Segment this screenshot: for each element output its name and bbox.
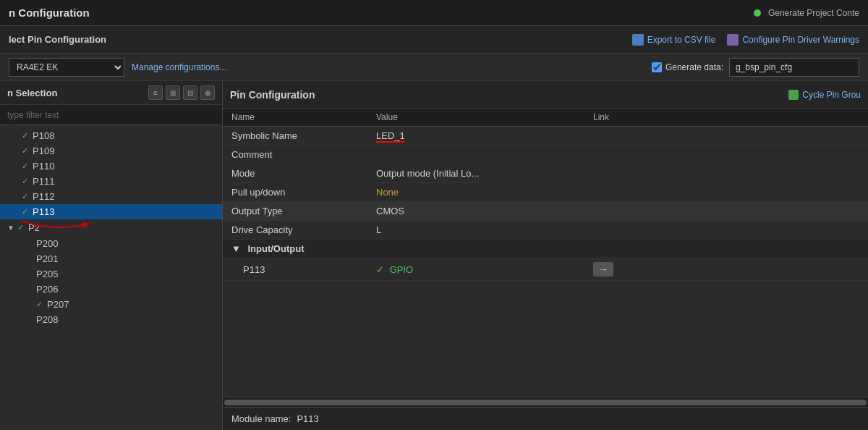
row-name-p113-sub: P113	[223, 258, 367, 281]
row-extra-pullupdown	[657, 183, 868, 202]
toolbar-row: lect Pin Configuration Export to CSV fil…	[0, 26, 868, 54]
tree-label-p201: P201	[36, 253, 58, 264]
tree-item-p208[interactable]: P208	[0, 312, 222, 327]
tree-label-p205: P205	[36, 269, 58, 279]
col-header-link: Link	[584, 109, 657, 127]
tree-item-p207[interactable]: ✓ P207	[0, 297, 222, 312]
row-value-drivecapacity: L	[367, 221, 584, 240]
row-link-symbolic	[584, 127, 657, 146]
check-icon-p109: ✓	[22, 146, 28, 156]
row-value-outputtype: CMOS	[367, 202, 584, 221]
status-dot	[754, 9, 761, 17]
tree-item-p200[interactable]: P200	[0, 236, 222, 251]
check-icon-p110: ✓	[22, 161, 28, 171]
toolbar-section-title: lect Pin Configuration	[9, 34, 106, 45]
cycle-pin-label: Cycle Pin Grou	[802, 90, 861, 100]
row-extra-drivecapacity	[657, 221, 868, 240]
tree-item-p109[interactable]: ✓ P109	[0, 143, 222, 159]
tree-item-p112[interactable]: ✓ P112	[0, 189, 222, 204]
configure-icon	[727, 34, 739, 46]
gpio-label: GPIO	[390, 264, 414, 275]
pin-config-table: Name Value Link Symbolic Name LED_1	[223, 109, 868, 281]
tree-item-p205[interactable]: P205	[0, 266, 222, 282]
tree-label-p110: P110	[33, 161, 54, 172]
table-row-p113[interactable]: P113 ✓ GPIO →	[223, 258, 868, 281]
generate-section: Generate data:	[652, 58, 859, 77]
tree-label-p109: P109	[33, 146, 54, 156]
row-link-drivecapacity	[584, 221, 657, 240]
tree-item-p201[interactable]: P201	[0, 251, 222, 266]
tree-label-p200: P200	[36, 238, 58, 249]
left-panel-title: n Selection	[7, 88, 57, 98]
manage-configurations-link[interactable]: Manage configurations...	[132, 62, 226, 72]
row-name-drivecapacity: Drive Capacity	[223, 221, 367, 240]
tree-item-p113[interactable]: ✓ P113	[0, 204, 222, 219]
row-extra-mode	[657, 164, 868, 183]
row-name-mode: Mode	[223, 164, 367, 183]
filter-input[interactable]	[0, 105, 222, 125]
link-arrow-p113[interactable]: →	[593, 262, 613, 277]
right-panel: Pin Configuration Cycle Pin Grou Name Va…	[223, 81, 868, 430]
tree-label-p108: P108	[33, 130, 54, 141]
config-select-wrap: RA4E2 EK	[9, 58, 124, 77]
config-select[interactable]: RA4E2 EK	[9, 58, 124, 77]
row-name-pullupdown: Pull up/down	[223, 183, 367, 202]
grid-icon-btn[interactable]: ⊞	[166, 85, 180, 100]
left-panel-header: n Selection ≡ ⊞ ⊟ ⊕	[0, 81, 222, 105]
configure-warnings-button[interactable]: Configure Pin Driver Warnings	[727, 34, 859, 46]
tree-group-p2[interactable]: ▼ ✓ P2	[0, 219, 222, 236]
col-header-extra	[657, 109, 868, 127]
tree-label-p206: P206	[36, 284, 58, 295]
check-icon-p108: ✓	[22, 131, 28, 140]
row-link-comment	[584, 146, 657, 164]
check-icon-p2: ✓	[17, 223, 24, 232]
filter-icon-btn[interactable]: ⊕	[200, 85, 215, 100]
tree-label-p2: P2	[28, 222, 40, 233]
generate-value-input[interactable]	[729, 58, 859, 77]
table-header-row: Name Value Link	[223, 109, 868, 127]
list-icon-btn[interactable]: ≡	[148, 85, 163, 100]
col-header-name: Name	[223, 109, 367, 127]
row-extra-comment	[657, 146, 868, 164]
tree-item-p108[interactable]: ✓ P108	[0, 128, 222, 143]
table-row[interactable]: Output Type CMOS	[223, 202, 868, 221]
tree-label-p113: P113	[33, 206, 54, 217]
generate-checkbox[interactable]	[652, 62, 662, 72]
table-row[interactable]: Comment	[223, 146, 868, 164]
row-value-p113-gpio: ✓ GPIO	[367, 258, 584, 281]
cycle-pin-button[interactable]: Cycle Pin Grou	[788, 90, 861, 100]
top-bar-right: Generate Project Conte	[754, 8, 859, 18]
expand-icon-p2: ▼	[7, 224, 14, 232]
module-label: Module name:	[231, 413, 291, 424]
generate-label: Generate data:	[665, 62, 723, 72]
row-link-p113: →	[584, 258, 657, 281]
tree-item-p110[interactable]: ✓ P110	[0, 159, 222, 174]
section-expand-icon[interactable]: ▼	[231, 243, 241, 254]
row-value-mode: Output mode (Initial Lo...	[367, 164, 584, 183]
tree-label-p208: P208	[36, 314, 58, 325]
table-row[interactable]: Symbolic Name LED_1	[223, 127, 868, 146]
row-link-pullupdown	[584, 183, 657, 202]
row-name-outputtype: Output Type	[223, 202, 367, 221]
tree-icon-btn[interactable]: ⊟	[183, 85, 197, 100]
tree-label-p111: P111	[33, 176, 54, 187]
module-footer: Module name: P113	[223, 407, 868, 430]
tree-item-p111[interactable]: ✓ P111	[0, 174, 222, 189]
export-csv-button[interactable]: Export to CSV file	[632, 34, 716, 46]
table-row[interactable]: Mode Output mode (Initial Lo...	[223, 164, 868, 183]
table-row[interactable]: Drive Capacity L	[223, 221, 868, 240]
horizontal-scrollbar[interactable]	[223, 397, 868, 407]
tree-label-p112: P112	[33, 191, 54, 202]
row-extra-outputtype	[657, 202, 868, 221]
row-value-comment	[367, 146, 584, 164]
tree-item-p206[interactable]: P206	[0, 282, 222, 297]
check-icon-p112: ✓	[22, 192, 28, 201]
cycle-icon	[788, 90, 799, 100]
table-row[interactable]: Pull up/down None	[223, 183, 868, 202]
section-label-inputoutput: ▼ Input/Output	[223, 240, 868, 258]
row-link-outputtype	[584, 202, 657, 221]
scroll-thumb	[224, 400, 867, 405]
row-value-symbolic: LED_1	[367, 127, 584, 146]
row-name-symbolic: Symbolic Name	[223, 127, 367, 146]
main-content: n Selection ≡ ⊞ ⊟ ⊕ ✓ P108 ✓ P109 ✓	[0, 81, 868, 430]
